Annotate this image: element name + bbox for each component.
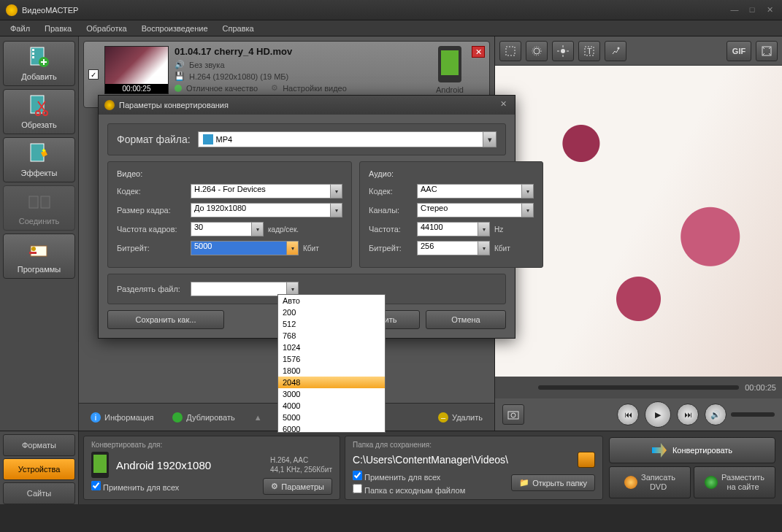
audio-bitrate-select[interactable]: 256▾ bbox=[417, 241, 490, 255]
play-button[interactable]: ▶ bbox=[645, 401, 671, 428]
chevron-down-icon[interactable]: ▾ bbox=[483, 131, 497, 147]
info-button[interactable]: iИнформация bbox=[86, 409, 158, 425]
dropdown-option[interactable]: 3000 bbox=[278, 388, 385, 400]
dropdown-option[interactable]: 5000 bbox=[278, 412, 385, 423]
prev-button[interactable]: ⏮ bbox=[617, 404, 639, 425]
close-button[interactable]: ✕ bbox=[763, 5, 776, 15]
tab-devices[interactable]: Устройства bbox=[3, 458, 75, 480]
next-button[interactable]: ⏭ bbox=[677, 404, 699, 425]
sidebar-effects[interactable]: Эффекты bbox=[3, 137, 75, 182]
svg-text:T: T bbox=[587, 47, 592, 55]
maximize-button[interactable]: □ bbox=[745, 5, 759, 15]
timeline: 00:00:00 00:00:25 bbox=[495, 377, 782, 398]
file-codec: H.264 (1920x1080) (19 МБ) bbox=[189, 72, 288, 81]
cancel-button[interactable]: Отмена bbox=[426, 310, 506, 329]
camera-icon bbox=[507, 409, 519, 420]
file-audio: Без звука bbox=[189, 61, 225, 69]
dropdown-option[interactable]: 1800 bbox=[278, 365, 385, 377]
sidebar-join[interactable]: Соединить bbox=[3, 185, 75, 231]
seek-bar[interactable] bbox=[538, 385, 739, 390]
params-button[interactable]: ⚙Параметры bbox=[263, 478, 332, 495]
menu-help[interactable]: Справка bbox=[217, 22, 260, 35]
convert-device-name[interactable]: Android 1920x1080 bbox=[116, 459, 211, 471]
delete-button[interactable]: –Удалить bbox=[434, 409, 487, 425]
dialog-titlebar[interactable]: Параметры конвертирования ✕ bbox=[99, 96, 515, 115]
menu-playback[interactable]: Воспроизведение bbox=[136, 22, 214, 35]
save-path[interactable]: C:\Users\ContentManager\Videos\ bbox=[353, 454, 573, 466]
fps-select[interactable]: 30▾ bbox=[191, 222, 264, 236]
freq-select[interactable]: 44100▾ bbox=[417, 222, 490, 236]
convert-for-panel: Конвертировать для: Android 1920x1080 H.… bbox=[83, 436, 340, 500]
bitrate-dropdown[interactable]: Авто200512768102415761800204830004000500… bbox=[277, 294, 386, 433]
dropdown-option[interactable]: 2048 bbox=[278, 377, 385, 388]
svg-point-15 bbox=[534, 48, 540, 54]
dropdown-option[interactable]: 4000 bbox=[278, 400, 385, 412]
dropdown-option[interactable]: 1024 bbox=[278, 342, 385, 353]
preview-toolbar: T GIF bbox=[495, 36, 782, 66]
save-as-button[interactable]: Сохранить как... bbox=[107, 310, 224, 329]
svg-rect-9 bbox=[29, 196, 38, 208]
apply-all-folder-checkbox[interactable]: Применить для всех bbox=[353, 471, 465, 482]
minimize-button[interactable]: — bbox=[728, 5, 741, 15]
video-bitrate-select[interactable]: 5000▾ bbox=[191, 241, 299, 255]
file-checkbox[interactable]: ✓ bbox=[88, 69, 99, 80]
crop-tool-button[interactable] bbox=[499, 41, 521, 61]
svg-rect-13 bbox=[29, 252, 37, 254]
sidebar-apps[interactable]: Программы bbox=[3, 234, 75, 279]
duplicate-button[interactable]: Дублировать bbox=[168, 409, 239, 425]
dialog-title: Параметры конвертирования bbox=[119, 101, 229, 109]
runner-icon bbox=[610, 45, 621, 57]
action-panel: Конвертировать Записать DVD Разместить н… bbox=[607, 436, 777, 500]
publish-button[interactable]: Разместить на сайте bbox=[694, 466, 775, 498]
dropdown-option[interactable]: 768 bbox=[278, 330, 385, 342]
audio-codec-select[interactable]: AAC▾ bbox=[417, 184, 534, 198]
burn-dvd-button[interactable]: Записать DVD bbox=[609, 466, 691, 498]
convert-spec1: H.264, AAC bbox=[270, 455, 332, 465]
format-select[interactable]: MP4 ▾ bbox=[198, 131, 497, 147]
file-remove-button[interactable]: ✕ bbox=[472, 46, 485, 58]
menu-file[interactable]: Файл bbox=[4, 22, 36, 35]
snapshot-button[interactable] bbox=[502, 404, 524, 425]
brightness-tool-button[interactable] bbox=[552, 41, 574, 61]
apply-all-checkbox[interactable]: Применить для всех bbox=[91, 481, 179, 492]
fullscreen-button[interactable] bbox=[756, 41, 778, 61]
dropdown-option[interactable]: 6000 bbox=[278, 423, 385, 433]
dropdown-option[interactable]: 200 bbox=[278, 307, 385, 318]
file-settings-link[interactable]: Настройки видео bbox=[283, 84, 347, 93]
phone-icon bbox=[438, 46, 461, 82]
menu-process[interactable]: Обработка bbox=[80, 22, 132, 35]
channels-select[interactable]: Стерео▾ bbox=[417, 203, 534, 217]
convert-params-dialog: Параметры конвертирования ✕ Формат файла… bbox=[98, 95, 515, 339]
tab-sites[interactable]: Сайты bbox=[3, 482, 75, 504]
move-up-button[interactable]: ▲ bbox=[250, 410, 267, 425]
film-join-icon bbox=[28, 190, 51, 214]
speed-tool-button[interactable] bbox=[605, 41, 626, 61]
enhance-tool-button[interactable] bbox=[526, 41, 548, 61]
text-icon: T bbox=[583, 45, 595, 57]
file-thumbnail[interactable]: 00:00:25 bbox=[104, 46, 169, 94]
frame-size-select[interactable]: До 1920x1080▾ bbox=[191, 203, 342, 217]
crop-icon bbox=[505, 45, 516, 57]
dropdown-option[interactable]: 1576 bbox=[278, 353, 385, 365]
volume-slider[interactable] bbox=[731, 412, 775, 417]
volume-button[interactable]: 🔊 bbox=[705, 404, 727, 425]
gear-icon: ⚙ bbox=[271, 482, 278, 491]
browse-folder-button[interactable] bbox=[578, 452, 595, 468]
delete-icon: – bbox=[438, 412, 448, 423]
sidebar-add[interactable]: Добавить bbox=[3, 41, 75, 86]
menubar: Файл Правка Обработка Воспроизведение Сп… bbox=[0, 20, 782, 36]
menu-edit[interactable]: Правка bbox=[39, 22, 77, 35]
same-folder-checkbox[interactable]: Папка с исходным файлом bbox=[353, 484, 465, 495]
dialog-close-button[interactable]: ✕ bbox=[497, 99, 509, 111]
convert-button[interactable]: Конвертировать bbox=[609, 437, 775, 463]
dropdown-option[interactable]: Авто bbox=[278, 295, 385, 307]
sidebar-cut[interactable]: Обрезать bbox=[3, 89, 75, 134]
open-folder-button[interactable]: 📁Открыть папку bbox=[511, 474, 595, 491]
dropdown-option[interactable]: 512 bbox=[278, 318, 385, 330]
video-codec-select[interactable]: H.264 - For Devices▾ bbox=[191, 184, 342, 198]
gif-button[interactable]: GIF bbox=[727, 41, 751, 61]
android-icon bbox=[91, 452, 109, 478]
tab-formats[interactable]: Форматы bbox=[3, 434, 75, 456]
film-cut-icon bbox=[28, 94, 51, 117]
text-tool-button[interactable]: T bbox=[578, 41, 600, 61]
